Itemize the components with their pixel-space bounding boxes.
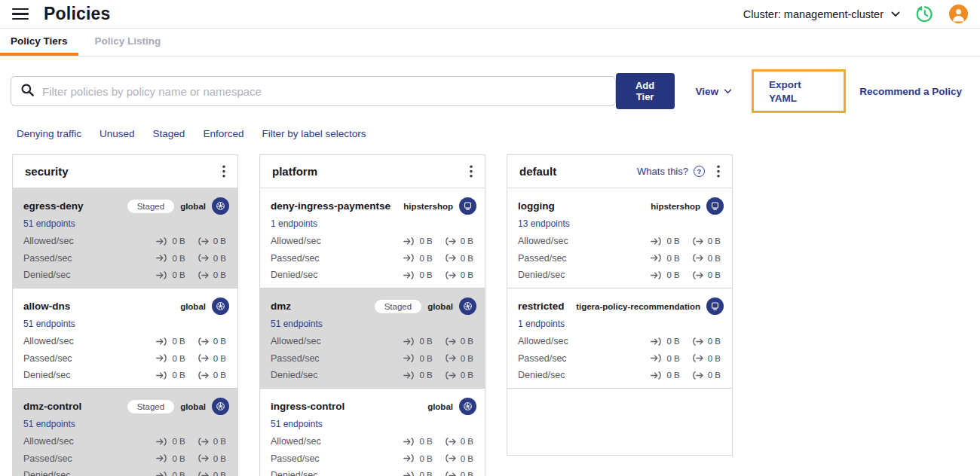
egress-value: 0 B: [213, 371, 226, 380]
metric-ingress: 0 B: [155, 337, 185, 346]
metric-egress: 0 B: [691, 270, 721, 280]
cluster-selector[interactable]: Cluster: management-cluster: [743, 8, 900, 20]
endpoints-link[interactable]: 1 endpoints: [271, 218, 317, 229]
metric-label: Passed/sec: [271, 353, 320, 364]
egress-value: 0 B: [461, 471, 473, 476]
metric-egress: 0 B: [444, 371, 473, 380]
tier-cards: deny-ingress-paymentservi... hipstershop…: [260, 188, 485, 476]
policy-metrics: Allowed/sec 0 B 0 B Passed/sec: [23, 333, 229, 384]
egress-value: 0 B: [461, 270, 473, 279]
tab-policy-listing[interactable]: Policy Listing: [92, 29, 164, 56]
metric-label: Allowed/sec: [271, 336, 321, 346]
metric-egress: 0 B: [444, 337, 473, 346]
endpoints-link[interactable]: 51 endpoints: [23, 419, 75, 429]
kubernetes-icon: [459, 298, 476, 315]
metric-label: Allowed/sec: [518, 336, 568, 346]
ingress-value: 0 B: [419, 236, 432, 246]
policy-card[interactable]: restricted tigera-policy-recommendation …: [507, 288, 732, 389]
policy-card[interactable]: dmz-control Staged global 51 endpoints A…: [13, 389, 237, 476]
staged-badge: Staged: [127, 400, 174, 413]
kebab-menu-icon[interactable]: [467, 163, 476, 179]
policy-card[interactable]: allow-dns global 51 endpoints Allowed/se…: [13, 288, 237, 389]
ingress-icon: [650, 270, 663, 280]
policy-card[interactable]: egress-deny Staged global 51 endpoints A…: [13, 188, 237, 288]
metric-row: Allowed/sec 0 B 0 B: [23, 333, 229, 350]
metric-egress: 0 B: [444, 236, 473, 246]
ingress-value: 0 B: [419, 254, 432, 263]
egress-value: 0 B: [708, 270, 721, 279]
search-input[interactable]: [42, 85, 606, 98]
view-dropdown-label: View: [696, 86, 719, 97]
tier-header: default Whats this? ?: [507, 155, 732, 188]
ingress-value: 0 B: [419, 371, 432, 380]
policy-card[interactable]: ingress-control global 51 endpoints Allo…: [260, 389, 485, 476]
policy-scope-label: global: [180, 402, 206, 411]
metric-label: Allowed/sec: [271, 436, 321, 447]
policy-card[interactable]: deny-ingress-paymentservi... hipstershop…: [260, 188, 485, 288]
tier-help-link[interactable]: Whats this? ?: [637, 166, 705, 177]
policy-name: dmz-control: [23, 401, 81, 412]
recommend-policy-button[interactable]: Recommend a Policy: [853, 80, 968, 103]
egress-value: 0 B: [213, 454, 226, 463]
metric-row: Denied/sec 0 B 0 B: [271, 467, 476, 476]
policy-name: restricted: [518, 301, 564, 312]
policy-name: allow-dns: [23, 301, 70, 312]
tier-title: platform: [272, 165, 317, 178]
ingress-value: 0 B: [666, 236, 679, 246]
metric-row: Denied/sec 0 B 0 B: [518, 267, 724, 284]
metric-label: Denied/sec: [518, 270, 565, 280]
staged-badge: Staged: [127, 200, 174, 213]
policy-metrics: Allowed/sec 0 B 0 B Passed/sec: [271, 333, 476, 384]
metric-egress: 0 B: [444, 353, 473, 363]
ingress-value: 0 B: [419, 337, 432, 346]
toolbar-actions: Add Tier View Export YAML Recommend a Po…: [616, 69, 968, 113]
ingress-icon: [155, 371, 168, 380]
user-avatar-icon[interactable]: [949, 5, 968, 23]
filter-unused[interactable]: Unused: [100, 128, 135, 139]
policy-scope-label: global: [180, 302, 206, 311]
tab-bar: Policy Tiers Policy Listing: [0, 29, 980, 56]
egress-icon: [197, 471, 210, 476]
metric-row: Passed/sec 0 B 0 B: [23, 350, 229, 368]
policy-card[interactable]: dmz Staged global 51 endpoints Allowed/s…: [260, 288, 485, 389]
ingress-value: 0 B: [172, 270, 185, 279]
metric-egress: 0 B: [197, 471, 226, 476]
policy-card[interactable]: logging hipstershop 13 endpoints Allowed…: [507, 188, 732, 288]
endpoints-link[interactable]: 51 endpoints: [271, 419, 323, 429]
kubernetes-icon: [459, 398, 476, 415]
policy-metrics: Allowed/sec 0 B 0 B Passed/sec: [23, 433, 229, 476]
filter-denying-traffic[interactable]: Denying traffic: [17, 128, 81, 139]
endpoints-link[interactable]: 51 endpoints: [23, 319, 75, 329]
endpoints-link[interactable]: 51 endpoints: [271, 319, 323, 329]
filter-by-label-selectors[interactable]: Filter by label selectors: [262, 128, 366, 139]
help-circle-icon: ?: [694, 166, 705, 177]
ingress-icon: [650, 236, 663, 246]
egress-value: 0 B: [461, 437, 473, 446]
metric-row: Passed/sec 0 B 0 B: [271, 450, 476, 468]
menu-icon[interactable]: [12, 8, 30, 20]
endpoints-link[interactable]: 13 endpoints: [518, 218, 570, 229]
kebab-menu-icon[interactable]: [714, 163, 723, 179]
page-title: Policies: [44, 4, 111, 24]
metric-row: Allowed/sec 0 B 0 B: [518, 333, 724, 350]
ingress-value: 0 B: [666, 371, 679, 380]
export-yaml-button[interactable]: Export YAML: [752, 69, 846, 113]
egress-icon: [691, 253, 704, 263]
metric-row: Passed/sec 0 B 0 B: [271, 250, 476, 267]
view-dropdown[interactable]: View: [696, 86, 733, 97]
ingress-icon: [155, 437, 168, 447]
kebab-menu-icon[interactable]: [219, 163, 228, 179]
tab-policy-tiers[interactable]: Policy Tiers: [0, 29, 78, 56]
metric-row: Allowed/sec 0 B 0 B: [271, 333, 476, 350]
filter-staged[interactable]: Staged: [153, 128, 185, 139]
filter-enforced[interactable]: Enforced: [203, 128, 243, 139]
add-tier-button[interactable]: Add Tier: [616, 73, 675, 109]
tier-columns: security egress-deny Staged global: [0, 150, 980, 476]
egress-value: 0 B: [708, 337, 721, 346]
endpoints-link[interactable]: 51 endpoints: [23, 218, 75, 229]
metric-row: Allowed/sec 0 B 0 B: [23, 433, 229, 450]
endpoints-link[interactable]: 1 endpoints: [518, 319, 565, 329]
egress-icon: [444, 236, 457, 246]
history-icon[interactable]: [915, 5, 934, 23]
ingress-icon: [403, 371, 415, 380]
